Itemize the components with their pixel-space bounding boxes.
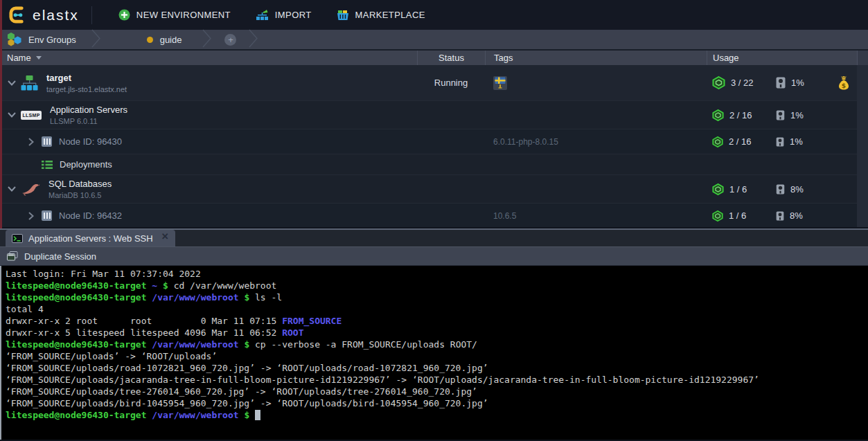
deployments-label: Deployments (60, 159, 112, 170)
node-row-96430[interactable]: Node ID: 96430 6.0.11-php-8.0.15 2 / 16 (0, 129, 857, 154)
new-environment-button[interactable]: NEW ENVIRONMENT (109, 0, 240, 30)
sort-caret-down-icon (36, 56, 42, 60)
disk-icon (776, 110, 785, 120)
terminal-line: drwxr-xr-x 5 litespeed litespeed 4096 Ma… (6, 327, 865, 339)
node-row-96432[interactable]: Node ID: 96432 10.6.5 1 / 6 (0, 204, 857, 227)
nodes-hexagon-icon (712, 76, 725, 89)
nodes-hexagon-icon (712, 136, 723, 147)
group-guide-label: guide (160, 35, 182, 45)
marketplace-label: MARKETPLACE (355, 10, 425, 20)
sweden-region-flag-icon[interactable] (493, 76, 507, 90)
environment-name: target (46, 73, 127, 83)
nodes-hexagon-icon (712, 183, 724, 195)
marketplace-button[interactable]: MARKETPLACE (327, 0, 435, 30)
environment-domain-link[interactable]: target.jls-sto1.elastx.net (46, 85, 127, 93)
env-row-target[interactable]: target target.jls-sto1.elastx.net Runnin… (0, 65, 857, 101)
tab-web-ssh[interactable]: Application Servers : Web SSH ✕ (6, 230, 175, 246)
topbar: elastx NEW ENVIRONMENT (0, 0, 868, 30)
ssh-tab-bar: Application Servers : Web SSH ✕ (0, 228, 868, 246)
marketplace-basket-icon (337, 10, 349, 21)
breadcrumb-chevron-icon (202, 29, 212, 50)
header-gutter (857, 51, 868, 65)
chevron-down-icon[interactable] (7, 186, 17, 192)
disk-usage: 8% (790, 210, 803, 221)
column-header-status[interactable]: Status (417, 51, 485, 65)
node-version-tag: 10.6.5 (493, 211, 516, 221)
env-groups-icon (6, 32, 24, 47)
window-edge-strip (0, 0, 2, 228)
deployments-icon (42, 160, 53, 170)
env-list-header: Name Status Tags Usage (0, 49, 868, 65)
add-group-button[interactable]: + (224, 34, 236, 46)
nodegroup-stack-version: MariaDB 10.6.5 (48, 191, 112, 199)
llsmp-stack-icon: LLSMP (21, 111, 42, 120)
chevron-right-icon[interactable] (26, 138, 36, 146)
disk-usage: 1% (790, 136, 803, 147)
terminal-icon (12, 234, 23, 243)
terminal-line: litespeed@node96430-target ~ $ cd /var/w… (6, 280, 865, 291)
import-icon (256, 10, 269, 21)
node-id-label: Node ID: 96430 (59, 136, 122, 147)
elastx-dashboard: elastx NEW ENVIRONMENT (0, 0, 868, 441)
terminal-line: ‘FROM_SOURCE/uploads/bird-1045954_960_72… (6, 397, 865, 409)
breadcrumb-chevron-icon (91, 29, 101, 50)
duplicate-session-button[interactable]: Duplicate Session (24, 251, 96, 262)
column-header-name[interactable]: Name (0, 53, 417, 63)
ssh-toolbar: Duplicate Session (0, 246, 868, 266)
environment-topology-icon (21, 75, 38, 91)
nodegroup-name: Application Servers (50, 105, 127, 115)
chevron-down-icon[interactable] (7, 80, 17, 86)
breadcrumb-chevron-icon (249, 29, 258, 50)
terminal-line: ‘FROM_SOURCE/uploads’ -> ‘ROOT/uploads’ (6, 350, 865, 362)
terminal-line: ‘FROM_SOURCE/uploads/road-1072821_960_72… (6, 362, 865, 374)
nodes-hexagon-icon (712, 210, 723, 222)
topbar-divider (91, 6, 92, 24)
disk-icon (776, 184, 785, 195)
nodegroup-name: SQL Databases (48, 179, 112, 189)
disk-icon (776, 77, 786, 89)
node-icon (42, 210, 52, 221)
chevron-right-icon[interactable] (26, 212, 36, 220)
plus-circle-icon (118, 9, 130, 21)
node-count: 1 / 6 (729, 184, 747, 195)
deployments-row[interactable]: Deployments (0, 154, 857, 175)
terminal-line: litespeed@node96430-target /var/www/webr… (6, 409, 865, 421)
nodegroup-row-application-servers[interactable]: LLSMP Application Servers LLSMP 6.0.11 (0, 101, 857, 129)
new-environment-label: NEW ENVIRONMENT (136, 10, 231, 20)
node-count: 2 / 16 (729, 136, 752, 147)
breadcrumb: Env Groups guide + (0, 30, 868, 49)
elastx-logo-icon (8, 6, 27, 24)
disk-usage: 1% (791, 78, 804, 88)
environment-status: Running (417, 78, 485, 88)
column-header-usage[interactable]: Usage (707, 51, 857, 65)
nodegroup-stack-version: LLSMP 6.0.11 (50, 117, 127, 125)
env-groups-label[interactable]: Env Groups (28, 35, 76, 45)
nodegroup-row-sql-databases[interactable]: SQL Databases MariaDB 10.6.5 1 / 6 (0, 175, 857, 204)
node-count: 3 / 22 (731, 78, 754, 88)
terminal-line: litespeed@node96430-target /var/www/webr… (6, 339, 865, 350)
disk-usage: 1% (790, 110, 804, 120)
terminal-line: Last login: Fri Mar 11 07:37:04 2022 (6, 268, 865, 280)
vertical-scrollbar-track[interactable] (857, 65, 868, 227)
node-count: 2 / 16 (729, 110, 752, 120)
env-list: target target.jls-sto1.elastx.net Runnin… (0, 65, 868, 227)
terminal-output[interactable]: Last login: Fri Mar 11 07:37:04 2022lite… (0, 266, 868, 440)
node-version-tag: 6.0.11-php-8.0.15 (493, 137, 558, 147)
nodes-hexagon-icon (712, 109, 724, 121)
column-header-tags[interactable]: Tags (485, 51, 707, 65)
chevron-down-icon[interactable] (7, 112, 17, 118)
billing-money-bag-icon[interactable]: $ (838, 76, 850, 90)
breadcrumb-group-guide[interactable]: guide (147, 35, 182, 45)
import-label: IMPORT (275, 10, 312, 20)
terminal-line: ‘FROM_SOURCE/uploads/jacaranda-tree-in-f… (6, 374, 865, 386)
terminal-line: litespeed@node96430-target /var/www/webr… (6, 291, 865, 303)
node-icon (42, 136, 52, 147)
disk-usage: 8% (790, 184, 804, 195)
disk-icon (776, 211, 784, 221)
elastx-logo[interactable]: elastx (0, 6, 91, 24)
mariadb-seal-icon (21, 182, 40, 196)
svg-text:$: $ (842, 82, 846, 89)
import-button[interactable]: IMPORT (246, 0, 321, 30)
close-tab-icon[interactable]: ✕ (161, 231, 169, 242)
disk-icon (776, 137, 784, 147)
